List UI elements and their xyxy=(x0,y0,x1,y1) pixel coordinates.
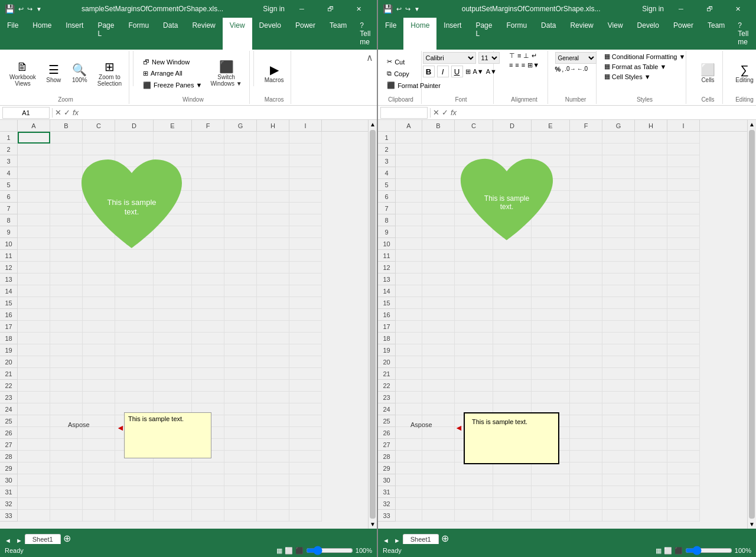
cell-9-2[interactable] xyxy=(83,226,115,238)
cell-12-5[interactable] xyxy=(192,262,224,273)
cell-12-6[interactable] xyxy=(224,262,257,273)
cell-3-0[interactable] xyxy=(396,155,422,167)
cell-19-3[interactable] xyxy=(115,344,154,356)
cell-17-7[interactable] xyxy=(635,321,667,333)
cell-26-6[interactable] xyxy=(224,427,257,439)
cell-4-1[interactable] xyxy=(50,167,83,179)
cell-20-0[interactable] xyxy=(396,356,422,368)
cell-25-8[interactable] xyxy=(667,415,700,427)
cell-11-0[interactable] xyxy=(396,250,422,262)
right-tell-me[interactable]: ? Tell me xyxy=(732,18,754,50)
cell-4-6[interactable] xyxy=(602,167,635,179)
cell-29-2[interactable] xyxy=(83,462,115,474)
cell-9-5[interactable] xyxy=(192,226,224,238)
cell-19-3[interactable] xyxy=(493,344,532,356)
cell-1-4[interactable] xyxy=(154,132,192,144)
cell-2-5[interactable] xyxy=(570,144,602,155)
cell-20-1[interactable] xyxy=(422,356,455,368)
cell-styles-btn[interactable]: ▦ Cell Styles ▼ xyxy=(602,72,688,81)
cell-6-7[interactable] xyxy=(635,191,667,203)
cell-5-6[interactable] xyxy=(602,179,635,191)
cell-2-0[interactable] xyxy=(396,144,422,155)
cell-7-6[interactable] xyxy=(602,203,635,214)
right-tab-insert[interactable]: Insert xyxy=(436,18,468,50)
cell-24-8[interactable] xyxy=(289,403,322,415)
cell-20-2[interactable] xyxy=(83,356,115,368)
cell-1-8[interactable] xyxy=(667,132,700,144)
cell-4-5[interactable] xyxy=(192,167,224,179)
cell-15-5[interactable] xyxy=(192,297,224,309)
cell-14-3[interactable] xyxy=(493,285,532,297)
format-as-table-btn[interactable]: ▦ Format as Table ▼ xyxy=(602,62,688,71)
cell-23-7[interactable] xyxy=(635,392,667,403)
cell-16-4[interactable] xyxy=(532,309,570,321)
cell-18-7[interactable] xyxy=(257,333,289,344)
cell-4-2[interactable] xyxy=(83,167,115,179)
cell-31-0[interactable] xyxy=(18,486,50,498)
cell-18-1[interactable] xyxy=(422,333,455,344)
cell-21-4[interactable] xyxy=(532,368,570,380)
cell-17-5[interactable] xyxy=(192,321,224,333)
cell-26-8[interactable] xyxy=(289,427,322,439)
cell-11-8[interactable] xyxy=(667,250,700,262)
cell-33-1[interactable] xyxy=(50,510,83,522)
cell-33-0[interactable] xyxy=(396,510,422,522)
cell-9-4[interactable] xyxy=(154,226,192,238)
cell-14-6[interactable] xyxy=(224,285,257,297)
cell-13-7[interactable] xyxy=(635,273,667,285)
customize-icon-right[interactable]: ▼ xyxy=(414,6,420,12)
cell-8-1[interactable] xyxy=(422,214,455,226)
cell-7-4[interactable] xyxy=(154,203,192,214)
cell-16-2[interactable] xyxy=(83,309,115,321)
cell-5-4[interactable] xyxy=(532,179,570,191)
cell-9-0[interactable] xyxy=(396,226,422,238)
cell-18-3[interactable] xyxy=(115,333,154,344)
cell-30-8[interactable] xyxy=(667,474,700,486)
cell-30-7[interactable] xyxy=(257,474,289,486)
cell-29-8[interactable] xyxy=(289,462,322,474)
cell-14-7[interactable] xyxy=(635,285,667,297)
cell-6-6[interactable] xyxy=(224,191,257,203)
cell-16-3[interactable] xyxy=(493,309,532,321)
cell-29-8[interactable] xyxy=(667,462,700,474)
number-format-select[interactable]: General xyxy=(555,52,597,64)
cell-28-0[interactable] xyxy=(396,451,422,462)
cell-23-8[interactable] xyxy=(289,392,322,403)
cell-24-0[interactable] xyxy=(18,403,50,415)
right-scroll-thumb[interactable] xyxy=(749,130,755,519)
cell-32-5[interactable] xyxy=(192,498,224,510)
cell-22-8[interactable] xyxy=(667,380,700,392)
cell-7-3[interactable] xyxy=(493,203,532,214)
cell-1-5[interactable] xyxy=(192,132,224,144)
cell-18-3[interactable] xyxy=(493,333,532,344)
cell-25-8[interactable] xyxy=(289,415,322,427)
cell-2-6[interactable] xyxy=(224,144,257,155)
cell-15-8[interactable] xyxy=(667,297,700,309)
left-cancel-icon[interactable]: ✕ xyxy=(55,108,61,117)
cell-30-5[interactable] xyxy=(570,474,602,486)
cell-7-2[interactable] xyxy=(455,203,493,214)
cell-8-5[interactable] xyxy=(192,214,224,226)
cell-8-7[interactable] xyxy=(257,214,289,226)
left-tab-power[interactable]: Power xyxy=(288,18,322,50)
align-right-btn[interactable]: ≡ xyxy=(522,61,525,69)
cell-29-4[interactable] xyxy=(154,462,192,474)
cell-9-2[interactable] xyxy=(455,226,493,238)
cell-16-1[interactable] xyxy=(50,309,83,321)
cell-10-1[interactable] xyxy=(50,238,83,250)
cell-3-7[interactable] xyxy=(257,155,289,167)
cell-14-4[interactable] xyxy=(154,285,192,297)
cell-6-0[interactable] xyxy=(396,191,422,203)
cell-24-6[interactable] xyxy=(602,403,635,415)
left-vscroll[interactable]: ▲ ▼ xyxy=(368,120,377,529)
right-tab-team[interactable]: Team xyxy=(700,18,732,50)
cell-1-2[interactable] xyxy=(83,132,115,144)
cell-4-3[interactable] xyxy=(493,167,532,179)
cell-29-3[interactable] xyxy=(493,462,532,474)
cell-24-7[interactable] xyxy=(257,403,289,415)
cell-11-8[interactable] xyxy=(289,250,322,262)
cell-8-4[interactable] xyxy=(154,214,192,226)
cell-29-5[interactable] xyxy=(192,462,224,474)
cell-13-2[interactable] xyxy=(455,273,493,285)
cell-23-0[interactable] xyxy=(18,392,50,403)
